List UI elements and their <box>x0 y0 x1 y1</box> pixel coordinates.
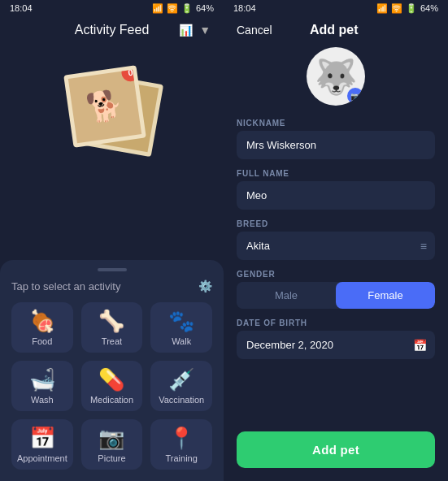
activity-treat[interactable]: 🦴 Treat <box>81 302 143 353</box>
right-panel: 18:04 📶 🛜 🔋 64% Cancel Add pet 🐺 📷 NICKN… <box>224 0 448 481</box>
activity-vaccination[interactable]: 💉 Vaccination <box>150 361 212 411</box>
right-wifi-icon: 🛜 <box>391 3 402 14</box>
medication-icon: 💊 <box>98 369 124 390</box>
fullname-label: FULL NAME <box>237 169 435 178</box>
wash-label: Wash <box>31 395 54 405</box>
sheet-handle <box>98 268 127 271</box>
gender-group: GENDER Male Female <box>237 270 435 309</box>
activity-feed-title: Activity Feed <box>75 23 150 37</box>
wash-icon: 🛁 <box>29 369 55 390</box>
battery-pct: 64% <box>196 3 214 13</box>
signal-icon: 📶 <box>152 3 163 14</box>
left-panel: 18:04 📶 🛜 🔋 64% Activity Feed 📊 ▼ 0 Tap … <box>0 0 224 481</box>
breed-label: BREED <box>237 219 435 228</box>
photo-stack: 0 <box>68 70 141 143</box>
activity-medication[interactable]: 💊 Medication <box>81 361 143 411</box>
left-header: Activity Feed 📊 ▼ <box>0 16 224 46</box>
food-label: Food <box>32 336 52 346</box>
left-status-time: 18:04 <box>10 3 33 13</box>
dob-group: DATE OF BIRTH 📅 <box>237 318 435 359</box>
breed-input[interactable] <box>237 232 435 260</box>
photo-front: 0 <box>63 65 146 148</box>
walk-label: Walk <box>172 336 191 346</box>
gender-label: GENDER <box>237 270 435 279</box>
form-section: NICKNAME FULL NAME BREED ≡ GENDER Male F… <box>224 119 448 418</box>
battery-icon: 🔋 <box>181 3 193 14</box>
activity-training[interactable]: 📍 Training <box>150 419 212 470</box>
activity-appointment[interactable]: 📅 Appointment <box>11 419 73 470</box>
nickname-input[interactable] <box>237 131 435 159</box>
appointment-icon: 📅 <box>29 427 55 448</box>
dob-label: DATE OF BIRTH <box>237 318 435 327</box>
dob-input[interactable] <box>237 331 435 359</box>
breed-group: BREED ≡ <box>237 219 435 260</box>
picture-label: Picture <box>98 453 125 463</box>
left-status-bar: 18:04 📶 🛜 🔋 64% <box>0 0 224 16</box>
appointment-label: Appointment <box>17 453 67 463</box>
tap-activity-label: Tap to select an activity <box>11 280 120 292</box>
activity-background: 0 Tap to select an activity ⚙️ 🍖 Food 🦴 … <box>0 46 224 481</box>
bottom-sheet: Tap to select an activity ⚙️ 🍖 Food 🦴 Tr… <box>0 260 224 481</box>
training-icon: 📍 <box>168 427 194 448</box>
activity-picture[interactable]: 📷 Picture <box>81 419 143 470</box>
medication-label: Medication <box>90 395 133 405</box>
breed-field-wrapper: ≡ <box>237 232 435 260</box>
activities-grid: 🍖 Food 🦴 Treat 🐾 Walk 🛁 Wash 💊 Me <box>11 302 212 470</box>
food-icon: 🍖 <box>29 310 55 332</box>
nickname-group: NICKNAME <box>237 119 435 159</box>
right-battery-icon: 🔋 <box>406 3 417 14</box>
add-pet-title: Add pet <box>310 23 359 37</box>
treat-icon: 🦴 <box>98 310 124 332</box>
fullname-group: FULL NAME <box>237 169 435 210</box>
avatar-section: 🐺 📷 <box>224 47 448 106</box>
notification-badge: 0 <box>120 65 141 82</box>
gender-female-button[interactable]: Female <box>336 282 435 309</box>
dob-field-wrapper: 📅 <box>237 331 435 359</box>
bar-chart-icon[interactable]: 📊 <box>179 24 193 37</box>
right-signal-icon: 📶 <box>376 3 388 14</box>
cancel-button[interactable]: Cancel <box>237 24 272 37</box>
picture-icon: 📷 <box>98 427 124 448</box>
filter-icon[interactable]: ▼ <box>199 24 211 37</box>
add-pet-button[interactable]: Add pet <box>237 431 435 468</box>
fullname-input[interactable] <box>237 181 435 210</box>
gender-toggle: Male Female <box>237 282 435 309</box>
wifi-icon: 🛜 <box>167 3 178 14</box>
left-status-icons: 📶 🛜 🔋 64% <box>152 3 214 14</box>
camera-badge[interactable]: 📷 <box>347 88 363 104</box>
nickname-label: NICKNAME <box>237 119 435 128</box>
right-status-time: 18:04 <box>233 3 256 13</box>
right-status-bar: 18:04 📶 🛜 🔋 64% <box>224 0 448 16</box>
header-action-icons: 📊 ▼ <box>179 24 211 37</box>
right-battery-pct: 64% <box>420 3 438 13</box>
walk-icon: 🐾 <box>168 310 194 332</box>
activity-walk[interactable]: 🐾 Walk <box>150 302 212 353</box>
activity-wash[interactable]: 🛁 Wash <box>11 361 73 411</box>
settings-icon[interactable]: ⚙️ <box>198 280 212 292</box>
right-status-icons: 📶 🛜 🔋 64% <box>376 3 438 14</box>
training-label: Training <box>165 453 197 463</box>
activity-food[interactable]: 🍖 Food <box>11 302 73 353</box>
right-header: Cancel Add pet <box>224 16 448 47</box>
treat-label: Treat <box>102 336 122 346</box>
gender-male-button[interactable]: Male <box>237 282 336 309</box>
vaccination-icon: 💉 <box>168 369 194 390</box>
sheet-header: Tap to select an activity ⚙️ <box>11 280 212 292</box>
vaccination-label: Vaccination <box>159 395 204 405</box>
avatar[interactable]: 🐺 📷 <box>307 47 365 106</box>
